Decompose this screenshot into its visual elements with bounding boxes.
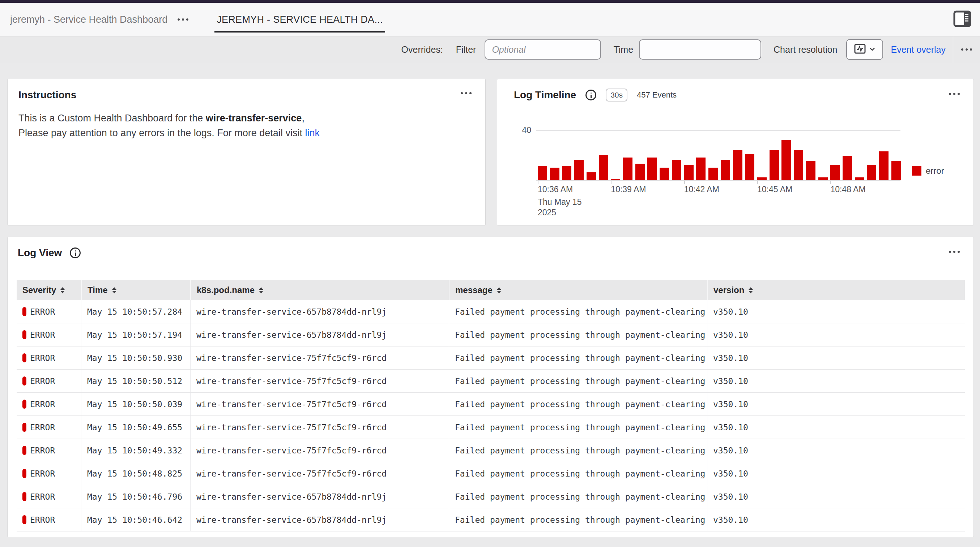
chart-resolution-icon (854, 43, 866, 56)
event-overlay-link[interactable]: Event overlay (891, 44, 946, 55)
timeline-bar[interactable] (891, 161, 901, 180)
column-label: k8s.pod.name (197, 285, 255, 295)
timeline-bar[interactable] (684, 165, 694, 180)
instructions-title: Instructions (18, 89, 76, 101)
timeline-bar[interactable] (696, 157, 706, 180)
severity-value: ERROR (30, 446, 55, 455)
timeline-bar[interactable] (672, 160, 681, 180)
column-header[interactable]: k8s.pod.name (190, 280, 449, 300)
version-value: v350.10 (707, 485, 965, 508)
timeline-bar[interactable] (660, 168, 669, 180)
timeline-bar[interactable] (830, 165, 840, 180)
instructions-more-icon[interactable] (458, 89, 474, 97)
log-table-row[interactable]: ERROR May 15 10:50:49.655 wire-transfer-… (17, 416, 965, 439)
timeline-bar[interactable] (550, 168, 560, 180)
timeline-bar[interactable] (770, 150, 779, 180)
x-axis-line (536, 180, 900, 181)
time-label: Time (613, 44, 633, 55)
events-count: 457 Events (637, 90, 676, 100)
timeline-bar[interactable] (623, 157, 633, 180)
error-severity-indicator (22, 515, 26, 524)
log-timeline-title: Log Timeline (514, 89, 576, 101)
log-table-row[interactable]: ERROR May 15 10:50:48.825 wire-transfer-… (17, 462, 965, 485)
timeline-bar[interactable] (855, 178, 864, 180)
timeline-bar[interactable] (721, 160, 730, 180)
log-view-more-icon[interactable] (946, 248, 963, 256)
x-axis-tick-label: 10:36 AM Thu May 152025 (538, 185, 581, 218)
time-value: May 15 10:50:57.194 (81, 323, 190, 346)
timeline-bar[interactable] (647, 157, 657, 180)
log-table-row[interactable]: ERROR May 15 10:50:49.332 wire-transfer-… (17, 439, 965, 462)
time-value: May 15 10:50:48.825 (81, 462, 190, 485)
timeline-bar[interactable] (757, 178, 767, 180)
version-value: v350.10 (707, 323, 965, 346)
dashboard-title: jeremyh - Service Health Dashboard (10, 14, 167, 25)
log-table-row[interactable]: ERROR May 15 10:50:50.039 wire-transfer-… (17, 393, 965, 416)
dashboard-header: jeremyh - Service Health Dashboard JEREM… (0, 3, 980, 36)
toggle-sidebar-icon[interactable] (953, 11, 971, 29)
log-view-title: Log View (18, 247, 62, 259)
timeline-bar[interactable] (806, 161, 815, 180)
x-tick-time: 10:45 AM (757, 185, 792, 194)
timeline-bar[interactable] (562, 166, 571, 180)
x-axis-tick-label: 10:45 AM (757, 185, 792, 197)
log-timeline-panel: Log Timeline 30s 457 Events 40 10:36 AM … (497, 79, 974, 225)
message-value: Failed payment processing through paymen… (449, 416, 707, 439)
log-table-row[interactable]: ERROR May 15 10:50:50.930 wire-transfer-… (17, 346, 965, 369)
column-header[interactable]: message (449, 280, 707, 300)
timeline-bar[interactable] (733, 150, 742, 180)
message-value: Failed payment processing through paymen… (449, 369, 707, 392)
column-header[interactable]: version (707, 280, 965, 300)
log-timeline-more-icon[interactable] (946, 90, 963, 98)
filter-input[interactable] (485, 40, 601, 60)
timeline-bar[interactable] (745, 154, 754, 180)
timeline-bar[interactable] (781, 140, 791, 180)
x-axis-tick (830, 181, 831, 184)
sort-icon (259, 287, 263, 293)
pod-name-value: wire-transfer-service-657b8784dd-nrl9j (190, 323, 449, 346)
x-tick-time: 10:48 AM (830, 185, 865, 194)
timeline-bar[interactable] (867, 165, 876, 180)
timeline-bar[interactable] (587, 172, 596, 180)
chart-resolution-dropdown[interactable] (846, 39, 883, 60)
timeline-bar[interactable] (794, 150, 803, 180)
time-input[interactable] (639, 40, 761, 60)
timeline-bar[interactable] (538, 166, 547, 180)
dashboard-tab[interactable]: JEREMYH - SERVICE HEALTH DA... (215, 7, 385, 33)
error-severity-indicator (22, 354, 26, 362)
detail-link[interactable]: link (305, 128, 320, 138)
severity-value: ERROR (30, 354, 55, 363)
instructions-text: This is a Custom Health Dashboard for th… (18, 111, 474, 141)
time-value: May 15 10:50:50.930 (81, 346, 190, 369)
x-axis-tick-label: 10:42 AM (684, 185, 719, 197)
log-table-row[interactable]: ERROR May 15 10:50:57.194 wire-transfer-… (17, 323, 965, 346)
time-value: May 15 10:50:46.642 (81, 508, 190, 531)
error-severity-indicator (22, 400, 26, 409)
pod-name-value: wire-transfer-service-657b8784dd-nrl9j (190, 300, 449, 323)
timeline-bar[interactable] (574, 160, 584, 180)
log-table-row[interactable]: ERROR May 15 10:50:50.512 wire-transfer-… (17, 369, 965, 393)
timeline-bar[interactable] (879, 151, 889, 180)
x-tick-date: Thu May 152025 (538, 197, 581, 218)
info-icon[interactable] (70, 247, 81, 258)
log-table-row[interactable]: ERROR May 15 10:50:46.642 wire-transfer-… (17, 508, 965, 531)
x-axis-tick (684, 181, 685, 184)
log-table-row[interactable]: ERROR May 15 10:50:57.284 wire-transfer-… (17, 300, 965, 323)
x-axis-tick (538, 181, 538, 184)
x-tick-time: 10:36 AM (538, 185, 581, 194)
timeline-bar[interactable] (818, 178, 828, 180)
info-icon[interactable] (585, 90, 596, 100)
timeline-bar[interactable] (635, 164, 645, 180)
dashboard-title-menu-icon[interactable] (175, 16, 191, 24)
log-table-row[interactable]: ERROR May 15 10:50:46.796 wire-transfer-… (17, 485, 965, 508)
toolbar-more-icon[interactable] (958, 46, 975, 54)
column-header[interactable]: Severity (17, 280, 81, 300)
time-value: May 15 10:50:49.332 (81, 439, 190, 462)
column-header[interactable]: Time (81, 280, 190, 300)
timeline-bar[interactable] (843, 156, 852, 180)
message-value: Failed payment processing through paymen… (449, 439, 707, 462)
timeline-bar[interactable] (708, 168, 718, 180)
instructions-panel: Instructions This is a Custom Health Das… (7, 79, 486, 225)
log-table-body: ERROR May 15 10:50:57.284 wire-transfer-… (17, 300, 965, 531)
timeline-bar[interactable] (599, 155, 608, 180)
